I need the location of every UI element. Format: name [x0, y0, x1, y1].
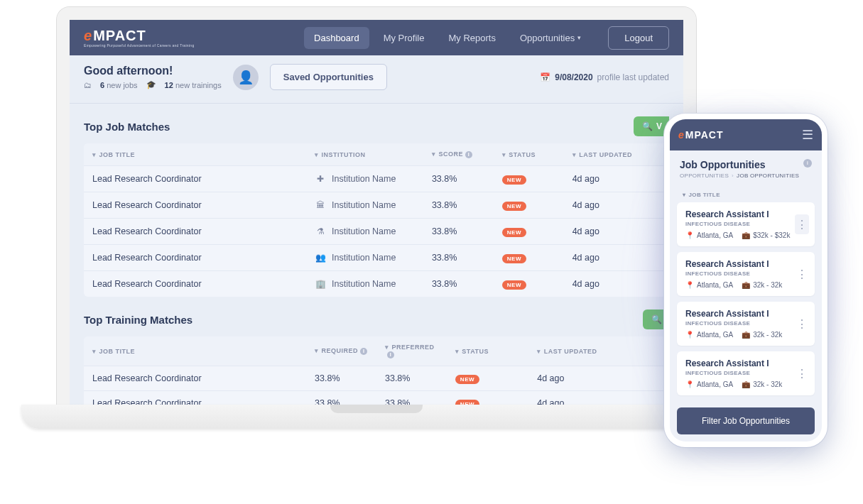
cell-last-updated: 4d ago	[564, 192, 669, 219]
nav-opportunities[interactable]: Opportunities ▾	[510, 27, 591, 49]
jobs-section-title-row: Top Job Matches 🔍 V	[70, 104, 683, 143]
cell-preferred: 33.8%	[376, 391, 447, 405]
cell-score: 33.8%	[423, 219, 494, 245]
cell-status: NEW	[494, 166, 564, 192]
location-pin-icon: 📍	[685, 231, 694, 239]
cell-job-title: Lead Research Coordinator	[84, 219, 306, 245]
laptop-screen: eMPACT Empowering Purposeful Advancement…	[57, 7, 696, 405]
cell-job-title: Lead Research Coordinator	[84, 166, 306, 192]
col-score[interactable]: ▾SCOREi	[423, 143, 494, 166]
cell-preferred: 33.8%	[376, 366, 447, 391]
logo-tagline: Empowering Purposeful Advancement of Car…	[84, 44, 195, 48]
hamburger-menu-icon[interactable]: ☰	[802, 127, 813, 143]
cell-job-title: Lead Research Coordinator	[84, 366, 306, 391]
sort-icon: ▾	[92, 348, 97, 355]
table-row[interactable]: Lead Research Coordinator33.8%33.8%NEW4d…	[84, 391, 669, 405]
cell-last-updated: 4d ago	[528, 391, 669, 405]
profile-updated: 📅 9/08/2020 profile last updated	[540, 72, 669, 82]
cell-status: NEW	[494, 219, 564, 245]
card-title: Research Assistant I	[685, 259, 806, 269]
breadcrumb: OPPORTUNITIES › JOB OPPORTUNITIES	[680, 172, 812, 179]
job-card[interactable]: Research Assistant IINFECTIOUS DISEASE📍A…	[677, 202, 815, 246]
card-department: INFECTIOUS DISEASE	[685, 320, 806, 327]
sort-icon: ▾	[385, 344, 389, 351]
col-status[interactable]: ▾STATUS	[494, 143, 564, 166]
info-icon[interactable]: i	[803, 159, 812, 168]
table-row[interactable]: Lead Research Coordinator33.8%33.8%NEW4d…	[84, 366, 669, 391]
sort-icon: ▾	[455, 348, 460, 355]
card-menu-icon[interactable]: ⋮	[795, 314, 809, 334]
filter-button[interactable]: Filter Job Opportunities	[677, 407, 815, 434]
subheader: Good afternoon! 🗂 6 new jobs 🎓 12 new tr…	[70, 55, 683, 104]
new-badge: NEW	[455, 375, 479, 384]
mobile-list-header[interactable]: ▾ JOB TITLE	[677, 185, 815, 202]
col-job-title[interactable]: ▾JOB TITLE	[84, 143, 306, 166]
main-nav: Dashboard My Profile My Reports Opportun…	[304, 27, 591, 49]
sort-icon: ▾	[572, 151, 577, 158]
info-icon[interactable]: i	[360, 348, 367, 355]
col-required[interactable]: ▾REQUIREDi	[306, 336, 376, 366]
sort-icon: ▾	[432, 150, 436, 158]
cell-job-title: Lead Research Coordinator	[84, 271, 306, 297]
col-job-title[interactable]: ▾JOB TITLE	[84, 336, 306, 366]
salary-icon: 💼	[742, 231, 750, 239]
card-menu-icon[interactable]: ⋮	[795, 363, 809, 383]
cell-job-title: Lead Research Coordinator	[84, 391, 306, 405]
search-icon: 🔍	[651, 314, 662, 324]
salary-icon: 💼	[742, 380, 750, 388]
logout-button[interactable]: Logout	[608, 26, 669, 50]
job-card[interactable]: Research Assistant IINFECTIOUS DISEASE📍A…	[677, 252, 815, 296]
cell-status: NEW	[494, 245, 564, 271]
card-menu-icon[interactable]: ⋮	[795, 264, 809, 284]
new-badge: NEW	[455, 400, 479, 405]
cell-last-updated: 4d ago	[564, 166, 669, 192]
jobs-table: ▾JOB TITLE ▾INSTITUTION ▾SCOREi ▾STATUS …	[84, 143, 669, 297]
nav-label: Dashboard	[314, 33, 359, 43]
sort-icon: ▾	[683, 192, 685, 198]
info-icon[interactable]: i	[465, 151, 472, 158]
table-row[interactable]: Lead Research Coordinator🏢Institution Na…	[84, 271, 669, 297]
col-last-updated[interactable]: ▾LAST UPDATED	[564, 143, 669, 166]
cell-last-updated: 4d ago	[564, 245, 669, 271]
nav-my-reports[interactable]: My Reports	[438, 27, 505, 49]
institution-icon: 👥	[315, 252, 326, 263]
nav-my-profile[interactable]: My Profile	[374, 27, 435, 49]
nav-dashboard[interactable]: Dashboard	[304, 27, 369, 49]
card-title: Research Assistant I	[685, 309, 806, 319]
col-status[interactable]: ▾STATUS	[447, 336, 528, 366]
table-row[interactable]: Lead Research Coordinator✚Institution Na…	[84, 166, 669, 192]
card-menu-icon[interactable]: ⋮	[795, 214, 809, 234]
logo-accent: e	[84, 28, 92, 43]
sort-icon: ▾	[502, 151, 506, 158]
mobile-brand-logo[interactable]: eMPACT	[678, 129, 724, 141]
info-icon[interactable]: i	[387, 351, 394, 358]
brand-logo[interactable]: eMPACT Empowering Purposeful Advancement…	[84, 28, 195, 48]
cell-last-updated: 4d ago	[528, 366, 669, 391]
col-institution[interactable]: ▾INSTITUTION	[306, 143, 423, 166]
saved-opportunities-button[interactable]: Saved Opportunities	[270, 64, 387, 90]
training-icon: 🎓	[146, 80, 156, 89]
avatar[interactable]: 👤	[233, 65, 259, 90]
cell-score: 33.8%	[423, 271, 494, 297]
logo-text: MPACT	[685, 129, 724, 141]
table-row[interactable]: Lead Research Coordinator🏛Institution Na…	[84, 192, 669, 219]
card-title: Research Assistant I	[685, 209, 806, 219]
breadcrumb-current: JOB OPPORTUNITIES	[737, 172, 799, 179]
cell-required: 33.8%	[306, 391, 376, 405]
breadcrumb-root[interactable]: OPPORTUNITIES	[680, 172, 729, 179]
col-preferred[interactable]: ▾PREFERREDi	[376, 336, 447, 366]
card-meta: 📍Atlanta, GA💼32k - 32k	[685, 380, 806, 388]
job-card[interactable]: Research Assistant IINFECTIOUS DISEASE📍A…	[677, 351, 815, 395]
institution-icon: ✚	[315, 173, 326, 185]
phone-screen: eMPACT ☰ Job Opportunities OPPORTUNITIES…	[670, 119, 822, 442]
col-last-updated[interactable]: ▾LAST UPDATED	[528, 336, 669, 366]
profile-updated-date: 9/08/2020	[555, 72, 592, 82]
sort-icon: ▾	[92, 151, 97, 158]
salary-icon: 💼	[742, 331, 750, 339]
table-row[interactable]: Lead Research Coordinator⚗Institution Na…	[84, 219, 669, 245]
table-row[interactable]: Lead Research Coordinator👥Institution Na…	[84, 245, 669, 271]
training-table: ▾JOB TITLE ▾REQUIREDi ▾PREFERREDi ▾STATU…	[84, 336, 669, 405]
card-department: INFECTIOUS DISEASE	[685, 370, 806, 376]
institution-icon: 🏢	[315, 278, 326, 290]
job-card[interactable]: Research Assistant IINFECTIOUS DISEASE📍A…	[677, 302, 815, 346]
